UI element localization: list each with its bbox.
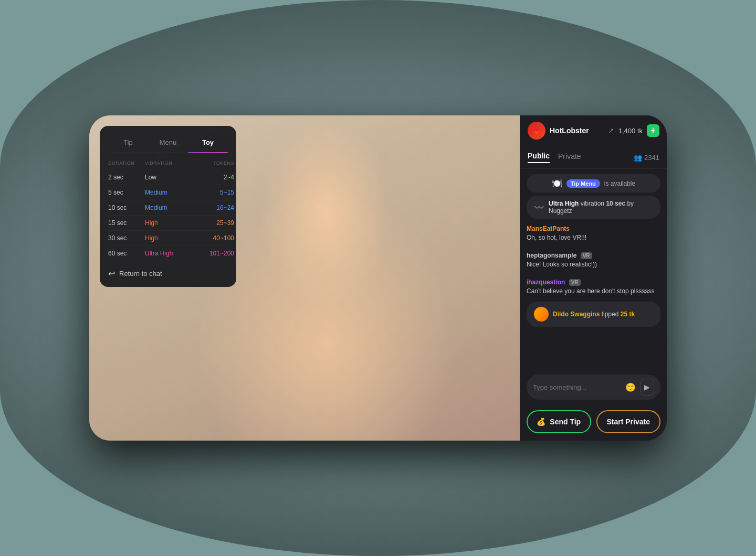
toy-vibration: Medium <box>145 204 197 211</box>
chat-text: Nice! Looks so realistic!)) <box>527 260 660 269</box>
toy-tokens: 25~39 <box>197 219 234 227</box>
chat-text: Oh, so hot, love VR!!! <box>527 233 660 242</box>
toy-tabs: Tip Menu Toy <box>108 134 228 153</box>
toy-vibration: High <box>145 234 197 242</box>
tab-tip[interactable]: Tip <box>108 134 148 153</box>
viewer-icon: 👥 <box>634 154 642 162</box>
vibration-level: Ultra High <box>549 200 579 207</box>
return-to-chat-button[interactable]: ↩ Return to chat <box>108 269 228 279</box>
toy-row[interactable]: 15 sec High 25~39 <box>108 216 228 231</box>
token-count: 1,400 tk <box>618 127 643 135</box>
toy-vibration: Ultra High <box>145 250 197 257</box>
tab-private[interactable]: Private <box>558 152 581 163</box>
vibration-message: 〰️ Ultra High vibration 10 sec by Nugget… <box>527 196 660 219</box>
streamer-name: HotLobster <box>550 126 604 135</box>
col-tokens: TOKENS <box>197 161 234 166</box>
avatar: 🦞 <box>528 122 545 140</box>
toy-tokens: 40~100 <box>197 234 234 242</box>
chat-tabs-bar: Public Private 👥 2341 <box>520 146 667 169</box>
emoji-button[interactable]: 🙂 <box>625 382 636 392</box>
toy-duration: 15 sec <box>108 219 145 227</box>
video-area: Tip Menu Toy DURATION VIBRATION TOKENS 2… <box>89 115 520 441</box>
toy-tokens: 5~15 <box>197 189 234 196</box>
toy-duration: 5 sec <box>108 189 145 196</box>
col-vibration: VIBRATION <box>145 161 197 166</box>
tip-text: Dildo Swaggins tipped 25 tk <box>553 311 635 318</box>
chat-username: ihazquestion VR <box>527 279 660 286</box>
toy-vibration: Low <box>145 174 197 181</box>
add-tokens-button[interactable]: + <box>647 124 659 137</box>
toy-vibration: Medium <box>145 189 197 196</box>
tipper-avatar <box>534 307 549 322</box>
toy-vibration: High <box>145 219 197 227</box>
messages-area: 🍽️ Tip Menu is available 〰️ Ultra High v… <box>520 169 667 369</box>
toy-row[interactable]: 60 sec Ultra High 101~200 <box>108 246 228 261</box>
input-row: 🙂 ▶ <box>527 375 660 400</box>
start-private-button[interactable]: Start Private <box>596 410 661 433</box>
tab-menu[interactable]: Menu <box>148 134 188 153</box>
toy-tokens: 2~4 <box>197 174 234 181</box>
toy-table-header: DURATION VIBRATION TOKENS <box>108 161 228 166</box>
chat-header: 🦞 HotLobster ↗ 1,400 tk + <box>520 115 667 146</box>
logout-icon[interactable]: ↗ <box>608 126 614 135</box>
toy-row[interactable]: 2 sec Low 2~4 <box>108 170 228 185</box>
send-button[interactable]: ▶ <box>640 379 654 395</box>
toy-panel: Tip Menu Toy DURATION VIBRATION TOKENS 2… <box>100 126 236 287</box>
vr-badge: VR <box>569 279 581 286</box>
toy-tokens: 16~24 <box>197 204 234 211</box>
chat-input[interactable] <box>533 383 621 391</box>
send-tip-button[interactable]: 💰 Send Tip <box>527 410 591 433</box>
system-message: 🍽️ Tip Menu is available <box>527 174 660 193</box>
tip-menu-badge: Tip Menu <box>566 179 600 188</box>
chat-username: MansEatPants <box>527 225 660 232</box>
action-buttons: 💰 Send Tip Start Private <box>520 405 667 441</box>
toy-row[interactable]: 30 sec High 40~100 <box>108 231 228 246</box>
chat-text: Can't believe you are here don't stop pl… <box>527 287 660 296</box>
toy-tokens: 101~200 <box>197 250 234 257</box>
toy-row[interactable]: 10 sec Medium 16~24 <box>108 200 228 216</box>
tipper-name: Dildo Swaggins <box>553 311 600 318</box>
chat-message: MansEatPants Oh, so hot, love VR!!! <box>527 222 660 245</box>
main-device: Tip Menu Toy DURATION VIBRATION TOKENS 2… <box>89 115 667 441</box>
toy-duration: 10 sec <box>108 204 145 211</box>
send-tip-label: Send Tip <box>550 418 581 426</box>
chat-panel: 🦞 HotLobster ↗ 1,400 tk + Public Private… <box>520 115 667 441</box>
tab-public[interactable]: Public <box>528 152 550 163</box>
toy-duration: 60 sec <box>108 250 145 257</box>
vibration-icon: 〰️ <box>534 202 544 212</box>
system-text: is available <box>604 180 635 187</box>
viewer-number: 2341 <box>644 154 659 162</box>
chat-input-area: 🙂 ▶ <box>520 369 667 405</box>
viewer-count: 👥 2341 <box>634 154 659 162</box>
chat-message: heptagonsample VR Nice! Looks so realist… <box>527 249 660 272</box>
tip-menu-icon: 🍽️ <box>552 178 562 188</box>
toy-duration: 2 sec <box>108 174 145 181</box>
toy-row[interactable]: 5 sec Medium 5~15 <box>108 185 228 200</box>
tip-notification: Dildo Swaggins tipped 25 tk <box>527 302 660 327</box>
return-icon: ↩ <box>108 269 115 279</box>
tab-toy[interactable]: Toy <box>188 134 228 153</box>
chat-message: ihazquestion VR Can't believe you are he… <box>527 275 660 299</box>
vr-badge: VR <box>581 252 592 259</box>
return-label: Return to chat <box>119 270 162 277</box>
col-duration: DURATION <box>108 161 145 166</box>
tip-amount: 25 tk <box>621 311 635 318</box>
send-tip-icon: 💰 <box>537 418 545 426</box>
chat-username: heptagonsample VR <box>527 252 660 259</box>
vibration-text: Ultra High vibration 10 sec by Nuggetz <box>549 200 653 215</box>
toy-duration: 30 sec <box>108 234 145 242</box>
